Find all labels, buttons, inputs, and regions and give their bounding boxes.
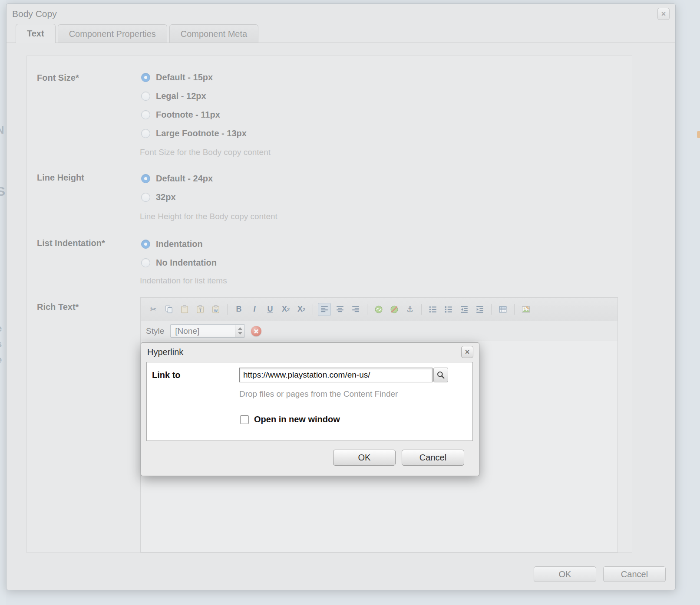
open-new-window-label[interactable]: Open in new window [254,414,340,424]
open-new-window-checkbox[interactable] [240,415,249,424]
hyperlink-ok-button[interactable]: OK [333,450,396,466]
hyperlink-form: Link to Drop files or pages from the Con… [146,362,473,441]
modal-overlay [0,0,700,605]
close-icon[interactable]: × [461,346,473,358]
hyperlink-dialog: Hyperlink × Link to Drop files or pages … [141,342,479,476]
search-icon [436,371,445,379]
hyperlink-titlebar[interactable]: Hyperlink × [141,343,479,363]
browse-button[interactable] [433,368,448,382]
hyperlink-title: Hyperlink [147,347,183,357]
hyperlink-cancel-button[interactable]: Cancel [402,450,464,466]
link-to-label: Link to [152,370,181,380]
hyperlink-footer: OK Cancel [333,450,464,466]
link-help-text: Drop files or pages from the Content Fin… [239,389,398,399]
link-url-input[interactable] [239,368,433,382]
